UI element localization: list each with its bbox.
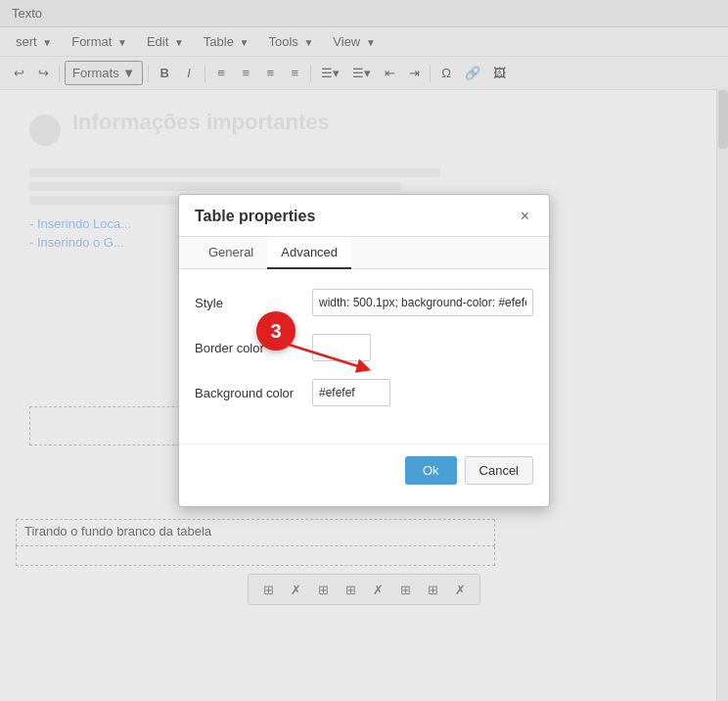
style-input[interactable] <box>312 289 533 316</box>
dialog-title: Table properties <box>195 208 315 225</box>
ok-button[interactable]: Ok <box>405 456 457 485</box>
annotation-arrow <box>276 339 374 378</box>
dialog-tabs: General Advanced <box>179 237 549 269</box>
bg-color-label: Background color <box>195 386 302 400</box>
svg-line-1 <box>286 344 364 368</box>
modal-overlay: 3 Table properties × General Advanced St… <box>0 0 728 701</box>
dialog-close-button[interactable]: × <box>517 207 533 226</box>
form-row-style: Style <box>195 289 533 316</box>
bg-color-input[interactable] <box>312 379 390 406</box>
cancel-button[interactable]: Cancel <box>465 456 533 485</box>
dialog-footer: Ok Cancel <box>179 444 549 496</box>
style-label: Style <box>195 296 302 310</box>
dialog-header: Table properties × <box>179 195 549 237</box>
tab-general[interactable]: General <box>195 237 267 269</box>
form-row-bg-color: Background color <box>195 379 533 406</box>
tab-advanced[interactable]: Advanced <box>267 237 351 269</box>
